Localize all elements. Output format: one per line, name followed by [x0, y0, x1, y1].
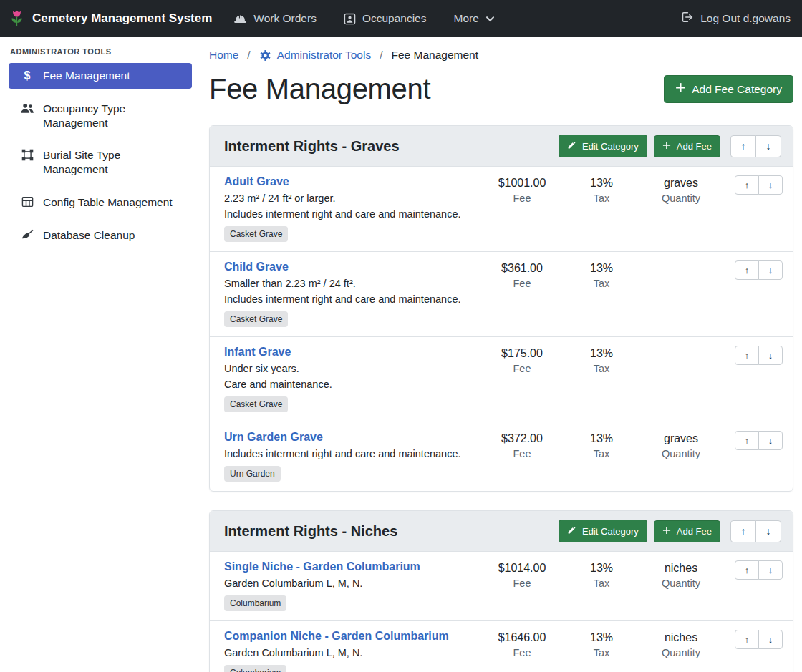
move-fee-down-button[interactable]: ↓ [758, 260, 783, 280]
sidebar-item-database-cleanup[interactable]: Database Cleanup [9, 223, 192, 248]
fee-amount-cell: $1001.00 Fee [480, 175, 564, 242]
fee-info: Single Niche - Garden Columbarium Garden… [224, 560, 480, 611]
move-fee-down-button[interactable]: ↓ [758, 431, 783, 450]
move-category-down-button[interactable]: ↓ [755, 520, 781, 542]
fee-category-card: Interment Rights - Graves Edit Category … [209, 125, 793, 492]
fee-reorder-controls: ↑ ↓ [727, 630, 783, 672]
move-category-up-button[interactable]: ↑ [730, 135, 756, 157]
fee-reorder-controls: ↑ ↓ [727, 560, 783, 611]
sidebar-item-fee-management[interactable]: $ Fee Management [9, 63, 192, 89]
nav-occupancies-label: Occupancies [362, 12, 427, 25]
sidebar-item-label: Fee Management [43, 69, 130, 83]
sidebar-item-occupancy-type-management[interactable]: Occupancy Type Management [9, 96, 192, 136]
fee-quantity: niches [639, 562, 723, 575]
breadcrumb-home-link[interactable]: Home [209, 49, 238, 62]
arrow-up-icon: ↑ [745, 350, 750, 361]
move-category-up-button[interactable]: ↑ [730, 520, 756, 542]
fee-quantity: graves [639, 177, 723, 190]
move-category-down-button[interactable]: ↓ [755, 135, 781, 157]
logout-link[interactable]: Log Out d.gowans [681, 11, 791, 26]
move-fee-down-button[interactable]: ↓ [758, 630, 783, 649]
breadcrumb-admin-tools-link[interactable]: Administrator Tools [259, 49, 372, 62]
fee-type-badge: Casket Grave [224, 311, 288, 327]
fee-name-link[interactable]: Infant Grave [224, 346, 291, 359]
fee-name-link[interactable]: Adult Grave [224, 175, 289, 188]
page-title: Fee Management [209, 73, 430, 105]
move-fee-down-button[interactable]: ↓ [758, 560, 783, 580]
nav-occupancies[interactable]: Occupancies [344, 12, 427, 25]
fee-name-link[interactable]: Urn Garden Grave [224, 431, 323, 444]
fee-amount-label: Fee [480, 363, 564, 374]
chevron-down-icon [485, 14, 495, 24]
fee-name-link[interactable]: Single Niche - Garden Columbarium [224, 560, 420, 573]
arrow-up-icon: ↑ [745, 180, 750, 190]
category-title: Interment Rights - Niches [224, 523, 552, 540]
fee-description-line: Under six years. [224, 363, 474, 374]
table-icon [20, 196, 34, 210]
add-fee-label: Add Fee [677, 141, 712, 152]
fee-amount: $1001.00 [480, 177, 564, 190]
sidebar-item-config-table-management[interactable]: Config Table Management [9, 190, 192, 215]
main-content: Home / Administrator Tools / Fee Managem… [200, 37, 802, 672]
fee-amount-label: Fee [480, 578, 564, 589]
move-fee-up-button[interactable]: ↑ [735, 346, 759, 365]
fee-info: Infant Grave Under six years. Care and m… [224, 346, 480, 412]
sidebar-item-label: Occupancy Type Management [43, 102, 185, 130]
fee-amount-label: Fee [480, 448, 564, 459]
fee-quantity-cell [639, 260, 723, 327]
sidebar-item-label: Config Table Management [43, 195, 173, 210]
edit-category-button[interactable]: Edit Category [559, 135, 647, 157]
fee-reorder-controls: ↑ ↓ [727, 431, 783, 482]
move-fee-up-button[interactable]: ↑ [735, 630, 759, 649]
add-fee-category-button[interactable]: Add Fee Category [664, 75, 793, 103]
arrow-up-icon: ↑ [745, 265, 750, 276]
fee-amount-label: Fee [480, 193, 564, 204]
fee-tax: 13% [564, 347, 639, 360]
sidebar-item-label: Database Cleanup [43, 228, 135, 243]
fee-quantity-label: Quantity [639, 578, 723, 589]
nav-more-label: More [454, 12, 479, 25]
gear-icon [259, 49, 271, 62]
fee-tax-label: Tax [564, 363, 639, 374]
fee-quantity-label: Quantity [639, 448, 723, 459]
fee-type-badge: Urn Garden [224, 466, 281, 482]
add-fee-button[interactable]: Add Fee [654, 520, 720, 542]
fee-amount-cell: $361.00 Fee [480, 260, 564, 327]
breadcrumb-separator: / [380, 49, 382, 62]
move-fee-down-button[interactable]: ↓ [758, 175, 783, 195]
plus-icon [675, 82, 686, 96]
category-header: Interment Rights - Graves Edit Category … [210, 126, 793, 167]
dollar-icon: $ [20, 69, 34, 83]
move-fee-up-button[interactable]: ↑ [735, 260, 759, 280]
add-fee-button[interactable]: Add Fee [654, 135, 720, 157]
nav-more[interactable]: More [454, 12, 495, 25]
fee-amount-cell: $175.00 Fee [480, 346, 564, 412]
fee-tax: 13% [564, 262, 639, 275]
edit-category-button[interactable]: Edit Category [559, 520, 647, 542]
fee-amount-cell: $1014.00 Fee [480, 560, 564, 611]
fee-tax-label: Tax [564, 647, 639, 658]
fee-name-link[interactable]: Child Grave [224, 260, 289, 273]
fee-info: Urn Garden Grave Includes interment righ… [224, 431, 480, 482]
arrow-up-icon: ↑ [741, 140, 746, 152]
fee-name-link[interactable]: Companion Niche - Garden Columbarium [224, 630, 449, 643]
plus-icon [662, 526, 671, 537]
move-fee-up-button[interactable]: ↑ [735, 560, 759, 580]
move-fee-up-button[interactable]: ↑ [735, 431, 759, 450]
move-fee-down-button[interactable]: ↓ [758, 346, 783, 365]
arrow-down-icon: ↓ [768, 435, 773, 446]
fee-row: Infant Grave Under six years. Care and m… [210, 337, 793, 422]
fee-info: Companion Niche - Garden Columbarium Gar… [224, 630, 480, 672]
arrow-down-icon: ↓ [766, 140, 771, 152]
sidebar: Administrator Tools $ Fee Management Occ… [0, 37, 200, 672]
brand[interactable]: Cemetery Management System [9, 9, 212, 28]
nav-work-orders[interactable]: Work Orders [233, 12, 317, 25]
fee-reorder-controls: ↑ ↓ [727, 260, 783, 327]
move-fee-up-button[interactable]: ↑ [735, 175, 759, 195]
fee-quantity-cell [639, 346, 723, 412]
category-header: Interment Rights - Niches Edit Category … [210, 511, 793, 552]
sidebar-item-burial-site-type-management[interactable]: Burial Site Type Management [9, 142, 192, 182]
fee-reorder-controls: ↑ ↓ [727, 175, 783, 242]
breadcrumb: Home / Administrator Tools / Fee Managem… [209, 49, 793, 62]
fee-tax-label: Tax [564, 448, 639, 459]
